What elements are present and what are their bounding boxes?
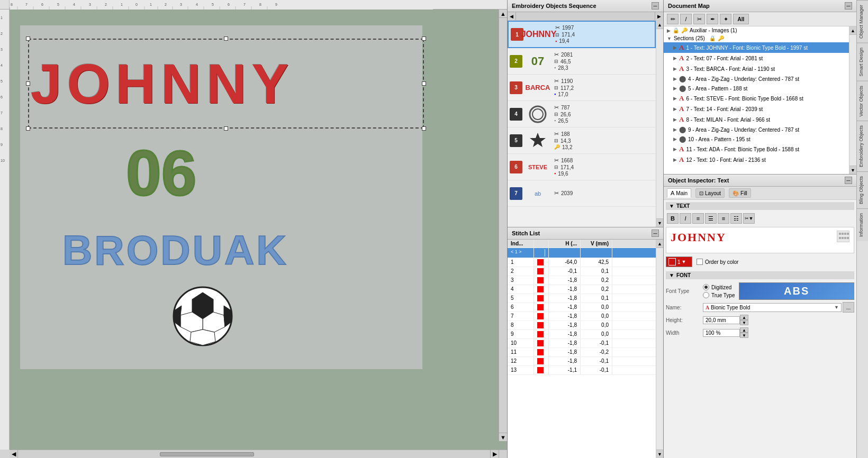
item-4-expand[interactable]: ▶ (673, 76, 677, 81)
handle-bm[interactable] (224, 126, 228, 131)
item-6-expand[interactable]: ▶ (673, 96, 677, 101)
tab-layout[interactable]: ⊡ Layout (695, 188, 725, 198)
item-11-expand[interactable]: ▶ (673, 146, 677, 152)
align-justify-btn[interactable]: ☷ (730, 213, 742, 224)
tree-item-5[interactable]: ▶ ⬤ 5 - Area - Pattern - 188 st (664, 84, 849, 93)
handle-bl[interactable] (26, 126, 30, 131)
emb-item-5[interactable]: 5 ✂188 ⊟14,3 🔑13,2 (508, 127, 656, 154)
doc-tree[interactable]: ▶ 🔒 🔑 Auxiliar - Images (1) ▼ Sections (… (664, 26, 849, 174)
emb-list[interactable]: 1 JOHNNY ✂1997 ⊟171,4 ▪19,4 2 (508, 21, 656, 227)
tree-vscroll-down[interactable]: ▼ (849, 166, 856, 174)
inspector-minimize-btn[interactable]: ─ (845, 177, 852, 184)
font-height-up-btn[interactable]: ▲ (740, 315, 748, 320)
tree-item-7[interactable]: ▶ A 7 - Text: 14 - Font: Arial - 2039 st (664, 104, 849, 114)
item-1-expand[interactable]: ▶ (673, 45, 677, 50)
vscroll-down-btn[interactable]: ▼ (499, 433, 507, 441)
emb-item-6[interactable]: 6 STEVE ✂1668 ⊟171,4 ▪19,6 (508, 154, 656, 180)
handle-br[interactable] (422, 126, 426, 131)
hscroll-right-btn[interactable]: ▶ (490, 450, 499, 458)
radio-truetype[interactable]: True Type (703, 292, 735, 298)
item-7-expand[interactable]: ▶ (673, 106, 677, 112)
stitch-table[interactable]: Ind... H (... V (mm) < 1 > 1 (508, 240, 656, 458)
stitch-vscroll-up[interactable]: ▲ (656, 240, 663, 248)
stitch-row-12[interactable]: 12 -1,8 -0,1 (508, 357, 656, 366)
stitch-row-3[interactable]: 3 -1,8 0,2 (508, 276, 656, 285)
handle-mr[interactable] (422, 81, 426, 86)
tab-fill[interactable]: 🎨 Fill (729, 188, 751, 198)
stitch-row-header[interactable]: < 1 > (508, 248, 656, 258)
radio-digitized-circle[interactable] (703, 284, 709, 290)
tree-item-11[interactable]: ▶ A 11 - Text: ADA - Font: Bionic Type B… (664, 144, 849, 154)
align-right-btn[interactable]: ≡ (718, 213, 729, 224)
side-tab-vector-objects[interactable]: Vector Objects (857, 81, 868, 121)
tree-vscroll-up[interactable]: ▲ (849, 26, 856, 35)
stitch-row-4[interactable]: 4 -1,8 0,2 (508, 285, 656, 294)
hscroll-left-btn[interactable]: ◀ (10, 450, 18, 458)
emb-scroll-nav[interactable]: ◀ ▶ (508, 12, 663, 21)
stitch-row-10[interactable]: 10 -1,8 -0,1 (508, 339, 656, 348)
canvas-vscrollbar[interactable]: ▲ ▼ (499, 10, 507, 441)
side-tab-smart-design[interactable]: Smart Design (857, 43, 868, 81)
emb-item-1[interactable]: 1 JOHNNY ✂1997 ⊟171,4 ▪19,4 (508, 21, 656, 48)
stitch-vscroll-down[interactable]: ▼ (656, 450, 663, 458)
font-height-down-btn[interactable]: ▼ (740, 320, 748, 325)
emb-item-7[interactable]: 7 ab ✂2039 (508, 180, 656, 207)
stitch-row-11[interactable]: 11 -1,8 -0,2 (508, 348, 656, 357)
side-tab-object-manager[interactable]: Object Manager (857, 0, 868, 43)
toolbar-line-btn[interactable]: / (680, 14, 692, 24)
stitch-row-13[interactable]: 13 -1,1 -0,1 (508, 366, 656, 375)
tab-main[interactable]: A Main (667, 188, 691, 198)
font-height-input[interactable] (703, 316, 740, 324)
font-width-up-btn[interactable]: ▲ (740, 327, 748, 333)
handle-tl[interactable] (26, 36, 30, 41)
font-width-input[interactable] (703, 329, 740, 337)
italic-btn[interactable]: I (680, 213, 691, 224)
toolbar-scissors-btn[interactable]: ✂ (693, 14, 705, 24)
side-tab-bling-objects[interactable]: Bling Objects (857, 171, 868, 208)
font-browse-btn[interactable]: ... (843, 302, 854, 313)
emb-item-2[interactable]: 2 07 ✂2081 ⊟46,5 ▪28,3 (508, 48, 656, 75)
font-name-dropdown[interactable]: A Bionic Type Bold ▼ (703, 303, 842, 312)
tree-vscroll[interactable]: ▲ ▼ (849, 26, 856, 174)
toolbar-star-btn[interactable]: ✦ (720, 14, 731, 24)
stitch-row-8[interactable]: 8 -1,8 0,0 (508, 321, 656, 330)
canvas-viewport[interactable]: JOHNNY 06 (10, 10, 507, 450)
tree-item-8[interactable]: ▶ A 8 - Text: MILAN - Font: Arial - 966 … (664, 114, 849, 125)
font-width-down-btn[interactable]: ▼ (740, 333, 748, 338)
tree-item-6[interactable]: ▶ A 6 - Text: STEVE - Font: Bionic Type … (664, 93, 849, 104)
emb-item-4[interactable]: 4 ✂787 ⊟26,6 ▪26,5 (508, 101, 656, 127)
text-options-btn[interactable]: ✂▼ (743, 213, 755, 224)
stitch-row-5[interactable]: 5 -1,8 0,1 (508, 294, 656, 303)
tree-item-12[interactable]: ▶ A 12 - Text: 10 - Font: Arial - 2136 s… (664, 154, 849, 165)
emb-list-vscroll[interactable]: ▲ ▼ (656, 21, 663, 227)
emb-objects-minimize-btn[interactable]: ─ (652, 2, 659, 10)
stitch-row-6[interactable]: 6 -1,8 0,0 (508, 303, 656, 312)
tree-item-1[interactable]: ▶ A 1 - Text: JOHNNY - Font: Bionic Type… (664, 42, 849, 53)
side-tab-information[interactable]: Information (857, 208, 868, 241)
item-8-expand[interactable]: ▶ (673, 117, 677, 122)
auxiliar-expand[interactable]: ▶ (667, 28, 671, 33)
handle-tm[interactable] (224, 36, 228, 41)
toolbar-pen-btn[interactable]: ✒ (707, 14, 718, 24)
tree-item-2[interactable]: ▶ A 2 - Text: 07 - Font: Arial - 2081 st (664, 53, 849, 63)
item-3-expand[interactable]: ▶ (673, 66, 677, 71)
tree-item-9[interactable]: ▶ ⬤ 9 - Area - Zig-Zag - Underlay: Cente… (664, 125, 849, 134)
toolbar-pencil-btn[interactable]: ✏ (667, 14, 679, 24)
tree-item-4[interactable]: ▶ ⬤ 4 - Area - Zig-Zag - Underlay: Cente… (664, 74, 849, 84)
radio-truetype-circle[interactable] (703, 292, 709, 298)
emb-vscroll-up[interactable]: ▲ (656, 21, 663, 29)
stitch-row-2[interactable]: 2 -0,1 0,1 (508, 267, 656, 276)
color-dropdown[interactable]: 1 ▼ (666, 257, 692, 267)
bold-btn[interactable]: B (667, 213, 679, 224)
item-9-expand[interactable]: ▶ (673, 127, 677, 132)
stitch-list-minimize-btn[interactable]: ─ (652, 230, 659, 237)
tree-item-3[interactable]: ▶ A 3 - Text: BARCA - Font: Arial - 1190… (664, 63, 849, 74)
item-5-expand[interactable]: ▶ (673, 86, 677, 91)
radio-digitized[interactable]: Digitized (703, 284, 735, 290)
canvas-hscrollbar[interactable]: ◀ ▶ (10, 450, 507, 458)
align-left-btn[interactable]: ≡ (692, 213, 704, 224)
handle-tr[interactable] (422, 36, 426, 41)
side-tab-embroidery-objects[interactable]: Embroidery Objects (857, 121, 868, 171)
sections-expand[interactable]: ▼ (667, 36, 672, 41)
item-10-expand[interactable]: ▶ (673, 136, 677, 142)
